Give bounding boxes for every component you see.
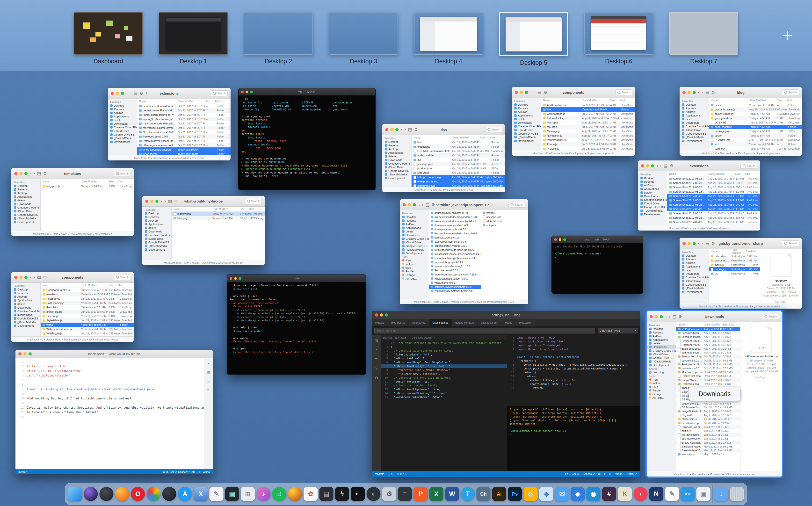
finder-window-components-top[interactable]: ‹›▤⚙ components Search Favorites Desktop… (512, 87, 635, 156)
file-row[interactable]: MacDown.app.zipOct 4, 2017 at 8:30 PM13.… (676, 370, 740, 374)
window-titlebar[interactable]: index.whoa — what-would-my-bio-be (15, 350, 213, 358)
search-field[interactable]: Search (782, 240, 799, 246)
file-row[interactable]: Nuxt.theme-release-3.0.0Oct 31, 2017 at … (137, 130, 231, 134)
file-item[interactable]: donjayamanne.python-0.7.0 (429, 227, 481, 231)
file-row[interactable]: deleteYesterday at 6:56 AM--Folder (709, 103, 802, 107)
editor-tab[interactable]: User Settings (429, 319, 452, 326)
column-header[interactable]: Size (108, 284, 118, 286)
column-header[interactable]: Date Modified (82, 180, 108, 183)
file-row[interactable]: Screen Shot 2017-08-28 at 3.54.14 PM.png… (667, 185, 760, 189)
file-row[interactable]: pgadmin4-2.0.dmgOct 25, 2017 at 4:55 PM5… (676, 359, 740, 362)
dock-app-icon[interactable]: Ch (477, 487, 491, 501)
finder-window-screenshots[interactable]: ‹›▤⚙ extensions Search Favorites Desktop… (638, 160, 760, 231)
file-row[interactable]: Navigation.jsSep 21, 2017 at 7:17 PM2 KB… (541, 134, 635, 138)
finder-sidebar[interactable]: Favorites DesktopRecentsAirDropApplicati… (679, 98, 709, 150)
dock-app-icon[interactable]: ▣ (697, 487, 711, 501)
file-row[interactable]: yarn.lockToday at 4:56 AM308 KBDocument (709, 147, 802, 150)
column-header[interactable]: Date Modified (453, 136, 480, 139)
file-row[interactable]: unnamed-magic.jpgNov 9, 2017 at 11:47 PM… (676, 335, 740, 339)
sidebar-item[interactable]: delete (11, 198, 40, 202)
file-row[interactable]: whoa-language-supportToday at 8:50 AM--F… (137, 147, 231, 152)
sidebar-item[interactable]: iCloud Drive (108, 129, 137, 133)
dock[interactable]: OAX✎▣⊞♪♫✿▤ϟ>_◐⚙≡PXWTChAiPs◇◈✉◆◉#K◗N✎<>▣↓ (65, 483, 747, 505)
column-header[interactable]: Size (610, 99, 620, 102)
sidebar-item[interactable]: Google Drive BS (11, 213, 40, 217)
sidebar-item[interactable]: AirDrop (647, 334, 676, 338)
column-header[interactable]: Kind (620, 99, 633, 102)
sidebar-item[interactable]: AirDrop (108, 111, 137, 114)
file-row[interactable]: Screen Shot 2017-08-28 at 3.54.29 PM.png… (667, 189, 760, 194)
sidebar-item[interactable]: Downloads (400, 233, 429, 237)
finder-sidebar[interactable]: Favorites DesktopRecentsAirDropApplicati… (382, 135, 412, 187)
window-titlebar[interactable]: node (227, 275, 366, 282)
tag-item[interactable]: All Tags... (400, 277, 429, 280)
file-row[interactable]: srcYesterday at 4:56 AM--Folder (709, 142, 802, 147)
column-header[interactable]: Name (43, 284, 82, 286)
sidebar-item[interactable]: Downloads (11, 306, 40, 309)
sidebar-item[interactable]: delete (400, 230, 429, 233)
dock-app-icon[interactable]: ◐ (367, 487, 381, 501)
dock-app-icon[interactable]: ✿ (304, 487, 318, 501)
status-bar[interactable]: master*↓0 ↑1⊘ 0 △ 1 Ln 5, Col 19Spaces: … (372, 471, 640, 477)
sidebar-item[interactable]: Applications (638, 187, 667, 191)
window-titlebar[interactable]: ‹›▤⚙ dsa Search (382, 124, 505, 135)
tag-item[interactable]: Purple (647, 389, 676, 392)
sidebar-item[interactable]: _DavidMMedia (512, 135, 541, 139)
sidebar-item[interactable]: Downloads (382, 158, 411, 162)
file-row[interactable]: PostHeading.jsYesterday at 4:58 PM654 by… (40, 301, 134, 305)
file-row[interactable]: WithToggle.jsJun 25, 2017 at 1:41 AM788 … (40, 331, 134, 336)
column-header[interactable]: Size (206, 100, 215, 103)
file-row[interactable]: package.jsonToday at 4:56 AM1 KBJSON (709, 129, 802, 134)
search-field[interactable]: Search (782, 89, 799, 95)
finder-window-snippets[interactable]: ‹›▤⚙ satokkre.javascriptsnippets-1.5.0 S… (400, 199, 528, 304)
column-header[interactable]: Size (777, 99, 787, 102)
file-row[interactable]: Postman-osx-5.3.1.zipOct 22, 2017 at 11:… (676, 362, 740, 366)
column-header[interactable]: Name (173, 207, 213, 210)
sidebar-item[interactable]: Downloads (679, 121, 709, 124)
sidebar-item[interactable]: delete (512, 117, 541, 121)
file-row[interactable]: blog-post.jsToday at 4:54 AM1 KBJavaScri… (40, 184, 134, 188)
sidebar-item[interactable]: Creative Cloud Files (11, 309, 40, 313)
dock-app-icon[interactable]: <> (681, 487, 695, 501)
file-row[interactable]: letterpress-lts.svgOct 31, 2017 at 5:48 … (412, 179, 505, 184)
window-controls[interactable] (682, 242, 696, 245)
file-row[interactable]: BakeMachine2017.flpMay 19, 2017 at 2:52 … (676, 448, 740, 452)
dock-app-icon[interactable]: Ai (492, 487, 506, 501)
sidebar-item[interactable]: Applications (647, 338, 676, 341)
dock-app-icon[interactable]: T (461, 487, 475, 501)
dock-app-icon[interactable]: ⊞ (241, 487, 255, 501)
file-row[interactable]: BetaBuilder.zipJul 20, 2017 at 10:05 AM2… (676, 421, 740, 425)
file-row[interactable]: Screen Shot 2017-08-28 at 3.55.21 PM.png… (667, 207, 760, 211)
sidebar-item[interactable]: _DavidMMedia (400, 248, 429, 251)
desktop-preview[interactable] (669, 12, 738, 55)
file-row[interactable]: ImageOptim.tbz2Aug 9, 2017 at 8:34 AM1.9… (676, 409, 740, 413)
file-item[interactable]: eamodio.gitlens-6.1.2 (429, 235, 481, 240)
dock-app-icon[interactable]: # (602, 487, 616, 501)
sidebar-item[interactable]: Creative Cloud Files (142, 233, 171, 237)
dock-app-icon[interactable] (147, 487, 161, 501)
column-header[interactable]: Name (678, 323, 705, 326)
window-controls[interactable] (385, 128, 399, 131)
sidebar-item[interactable]: AirDrop (400, 222, 429, 226)
file-row[interactable]: extend-node-type.jsYesterday at 3:48 AM7… (709, 254, 760, 258)
file-item[interactable]: README.md (481, 219, 507, 223)
status-item[interactable]: ⊘ 0 △ 1 (397, 473, 406, 475)
file-row[interactable]: RocketChat.dmgOct 4, 2017 at 8:16 PM64.8… (676, 374, 740, 378)
sidebar-item[interactable]: Development (647, 363, 676, 367)
file-row[interactable]: resourcesOct 31, 2017 at 5:48 PM--Folder (412, 171, 505, 175)
file-item[interactable]: kumar-harsh.graphql-for-vscode-1.4.0 (429, 256, 481, 260)
sidebar-item[interactable]: delete (108, 118, 137, 122)
sidebar-item[interactable]: iCloud Drive (142, 237, 171, 240)
sidebar-item[interactable]: Development (679, 290, 709, 293)
terminal-window-help[interactable]: node - Show the usage information for th… (227, 274, 366, 374)
sidebar-item[interactable]: iCloud Drive (382, 165, 411, 169)
desktop-thumbnail[interactable]: Desktop 6 (584, 12, 653, 66)
sidebar-item[interactable]: iCloud Drive (11, 313, 40, 317)
tag-item[interactable]: Orange (400, 273, 429, 277)
file-row[interactable]: gatsby-node.jsToday at 4:58 AM1 KBJavaSc… (709, 116, 802, 120)
sidebar-item[interactable]: Recents (638, 180, 667, 183)
file-row[interactable]: LICENSEJun 13, 2017 at 4:06 PM1 KBDocume… (709, 120, 802, 125)
search-field[interactable]: Search (485, 126, 502, 133)
sidebar-item[interactable]: AirDrop (638, 183, 667, 187)
dock-app-icon[interactable]: O (131, 487, 145, 501)
